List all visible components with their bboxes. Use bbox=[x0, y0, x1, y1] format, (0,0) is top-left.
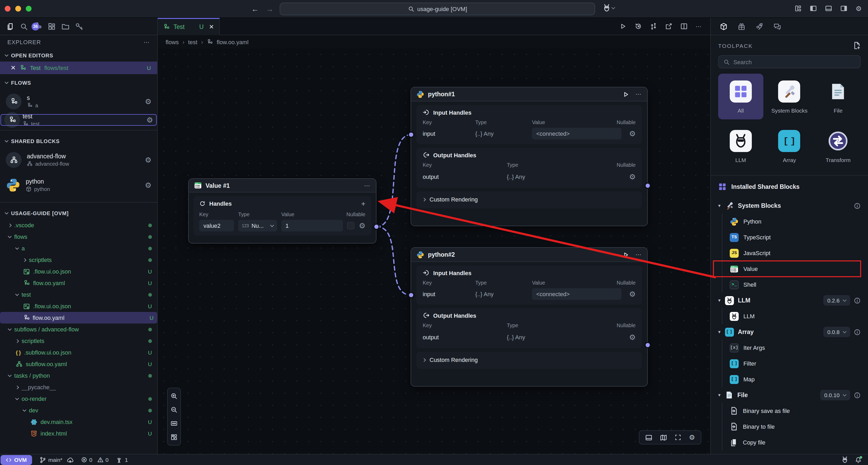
tree-file[interactable]: flow.oo.yamlU bbox=[0, 277, 157, 289]
explorer-icon[interactable] bbox=[6, 22, 14, 30]
window-close-button[interactable] bbox=[5, 6, 10, 11]
block-python[interactable]: Python bbox=[722, 214, 868, 230]
tree-folder[interactable]: flows bbox=[0, 231, 157, 242]
version-select[interactable]: 0.0.8 bbox=[823, 327, 850, 338]
key-icon[interactable] bbox=[75, 22, 83, 30]
window-minimize-button[interactable] bbox=[15, 6, 21, 11]
run-node-icon[interactable] bbox=[622, 91, 629, 97]
tree-file[interactable]: subflow.oo.yamlU bbox=[0, 358, 157, 370]
tree-folder[interactable]: subflows / advanced-flow bbox=[0, 323, 157, 335]
project-section-header[interactable]: USAGE-GUIDE [OVM] bbox=[0, 207, 157, 220]
group-array[interactable]: ▾ [ ] Array 0.0.8 bbox=[711, 324, 868, 340]
block-filter[interactable]: [ ]Filter bbox=[722, 356, 868, 372]
tree-folder[interactable]: dev bbox=[0, 405, 157, 416]
more-actions-icon[interactable]: ⋯ bbox=[695, 23, 702, 30]
zoom-in-icon[interactable] bbox=[170, 393, 178, 400]
tree-file[interactable]: index.htmlU bbox=[0, 428, 157, 439]
run-icon[interactable] bbox=[619, 23, 627, 30]
python1-output-handle[interactable] bbox=[645, 182, 651, 189]
search-icon[interactable] bbox=[20, 22, 28, 30]
flow-list-item-selected[interactable]: test test ⚙ bbox=[1, 114, 157, 126]
open-editors-header[interactable]: OPEN EDITORS bbox=[0, 49, 157, 62]
close-icon[interactable]: ✕ bbox=[10, 64, 16, 71]
more-actions-icon[interactable]: ⋯ bbox=[144, 39, 150, 46]
group-system-blocks[interactable]: ▾ System Blocks bbox=[711, 198, 868, 214]
block-shell[interactable]: >_Shell bbox=[722, 277, 868, 293]
open-editor-item[interactable]: ✕ Test flows/test U bbox=[0, 62, 157, 74]
gear-icon[interactable]: ⚙ bbox=[359, 222, 365, 229]
tree-folder[interactable]: a bbox=[0, 242, 157, 254]
gift-tab-icon[interactable] bbox=[738, 22, 745, 30]
settings-gear-icon[interactable]: ⚙ bbox=[856, 5, 862, 12]
git-branch[interactable]: main* bbox=[39, 456, 73, 463]
command-center[interactable]: usage-guide [OVM] bbox=[280, 3, 595, 15]
close-icon[interactable]: ✕ bbox=[209, 23, 214, 30]
gear-icon[interactable]: ⚙ bbox=[629, 333, 636, 341]
nullable-checkbox[interactable] bbox=[347, 222, 354, 229]
notifications-bell[interactable] bbox=[855, 456, 862, 463]
rocket-tab-icon[interactable] bbox=[755, 22, 764, 30]
block-copy-file[interactable]: Copy file bbox=[722, 435, 868, 451]
gear-icon[interactable]: ⚙ bbox=[629, 173, 636, 180]
tab-test[interactable]: Test U ✕ bbox=[158, 18, 220, 35]
value-input[interactable]: 1 bbox=[281, 220, 343, 231]
shared-blocks-header[interactable]: SHARED BLOCKS bbox=[0, 135, 157, 147]
tree-file[interactable]: .flow.ui.oo.jsonU bbox=[0, 300, 157, 312]
fit-view-icon[interactable] bbox=[170, 420, 178, 427]
folder-icon[interactable] bbox=[62, 22, 69, 30]
category-system-blocks[interactable]: System Blocks bbox=[767, 74, 812, 119]
export-icon[interactable] bbox=[665, 23, 673, 30]
category-transform[interactable]: Transform bbox=[816, 123, 861, 169]
toggle-bottom-panel-icon[interactable] bbox=[825, 5, 833, 12]
toolpack-search[interactable]: Search bbox=[718, 55, 861, 68]
category-array[interactable]: [ ] Array bbox=[767, 123, 812, 169]
add-handle-button[interactable]: + bbox=[361, 199, 365, 208]
gear-icon[interactable]: ⚙ bbox=[145, 181, 151, 189]
key-input[interactable]: value2 bbox=[199, 220, 234, 231]
connected-value-field[interactable]: <connected> bbox=[532, 288, 622, 300]
problems-indicator[interactable]: 0 0 bbox=[81, 457, 108, 463]
info-icon[interactable] bbox=[854, 329, 861, 336]
node-python-2[interactable]: python#2 ⋯ Input Handles Key Type Value … bbox=[411, 247, 648, 387]
tree-folder[interactable]: scriptlets bbox=[0, 254, 157, 266]
gear-icon[interactable]: ⚙ bbox=[147, 116, 153, 124]
category-all[interactable]: All bbox=[718, 74, 763, 119]
group-llm[interactable]: ▾ LLM 0.2.6 bbox=[711, 293, 868, 309]
tree-folder[interactable]: tasks / python bbox=[0, 370, 157, 381]
category-file[interactable]: File bbox=[816, 74, 861, 119]
type-select[interactable]: 123 Nu... bbox=[238, 220, 277, 231]
flow-canvas[interactable]: Value #1 ⋯ Handles + Key Type Value bbox=[158, 49, 710, 454]
flow-list-item[interactable]: s a ⚙ bbox=[1, 89, 157, 114]
group-file[interactable]: ▾ File 0.0.10 bbox=[711, 387, 868, 403]
python1-input-handle[interactable] bbox=[408, 132, 414, 138]
info-icon[interactable] bbox=[854, 297, 861, 304]
new-block-icon[interactable] bbox=[853, 41, 861, 50]
block-iter-args[interactable]: [x]Iter Args bbox=[722, 340, 868, 356]
connected-value-field[interactable]: <connected> bbox=[532, 128, 622, 139]
block-typescript[interactable]: TSTypeScript bbox=[722, 230, 868, 245]
version-select[interactable]: 0.0.10 bbox=[820, 390, 850, 401]
debug-restart-icon[interactable] bbox=[634, 23, 642, 30]
gear-icon[interactable]: ⚙ bbox=[145, 156, 151, 164]
history-back-icon[interactable]: ← bbox=[251, 4, 259, 13]
shared-block-item[interactable]: python python ⚙ bbox=[1, 173, 157, 198]
tree-folder[interactable]: __pycache__ bbox=[0, 381, 157, 393]
info-icon[interactable] bbox=[854, 392, 861, 399]
shared-block-item[interactable]: advanced-flow advanced-flow ⚙ bbox=[1, 147, 157, 173]
toolpack-tab-icon[interactable] bbox=[720, 22, 727, 30]
sync-icon[interactable] bbox=[650, 23, 657, 30]
block-llm[interactable]: LLM bbox=[722, 309, 868, 324]
customize-layout-icon[interactable] bbox=[795, 5, 802, 12]
account-menu[interactable] bbox=[602, 4, 615, 12]
block-map[interactable]: [ ]Map bbox=[722, 372, 868, 387]
node-value-1[interactable]: Value #1 ⋯ Handles + Key Type Value bbox=[188, 178, 376, 243]
block-javascript[interactable]: JSJavaScript bbox=[722, 245, 868, 261]
extensions-icon[interactable] bbox=[48, 22, 56, 30]
remote-indicator[interactable]: OVM bbox=[1, 455, 32, 465]
chevron-right-icon[interactable] bbox=[422, 198, 426, 201]
toggle-left-panel-icon[interactable] bbox=[810, 5, 817, 12]
gear-icon[interactable]: ⚙ bbox=[629, 130, 636, 137]
python2-output-handle[interactable] bbox=[645, 342, 651, 348]
minimap-icon[interactable] bbox=[660, 434, 668, 441]
history-forward-icon[interactable]: → bbox=[266, 4, 273, 13]
